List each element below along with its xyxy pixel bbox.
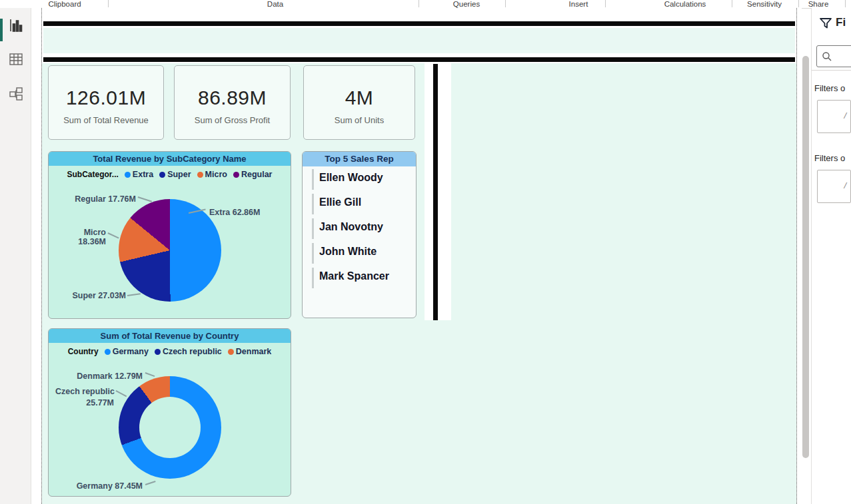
filter-pane-divider-line [812,70,851,71]
donut-legend: Country GermanyCzech republicDenmark [49,347,291,356]
search-icon [822,51,832,62]
label-connector [138,196,152,202]
divider-line-top[interactable] [43,21,795,26]
legend-dot [228,349,234,355]
category-tick [312,169,314,190]
slice-label-czech: Czech republic 25.77M [55,386,114,409]
ribbon-group-clipboard: Clipboard [48,0,81,8]
legend-item[interactable]: Denmark [228,347,272,356]
filter-funnel-icon [818,16,833,31]
ribbon-group-sensitivity: Sensitivity [747,0,782,8]
filter-card[interactable]: / [817,170,851,203]
kpi-label: Sum of Total Revenue [49,115,163,125]
category-tick [312,218,314,239]
ribbon-group-queries: Queries [453,0,480,8]
legend-item[interactable]: Super [159,170,191,179]
sales-rep-name: Ellen Woody [319,172,383,184]
sales-rep-item[interactable]: Ellen Woody [303,169,416,194]
kpi-label: Sum of Units [304,115,415,125]
kpi-card-gross-profit[interactable]: 86.89M Sum of Gross Profit [174,65,291,140]
sales-rep-visual[interactable]: Top 5 Sales Rep Ellen Woody Ellie Gill J… [302,151,417,318]
label-connector [145,481,156,485]
ribbon-group-insert: Insert [569,0,588,8]
kpi-card-total-revenue[interactable]: 126.01M Sum of Total Revenue [48,65,164,140]
kpi-card-units[interactable]: 4M Sum of Units [303,65,415,140]
sales-rep-name: Ellie Gill [319,196,361,208]
kpi-value: 4M [304,87,415,109]
kpi-value: 86.89M [175,87,290,109]
ribbon-group-separator [605,0,606,7]
ribbon-group-separator [108,0,109,7]
kpi-value: 126.01M [49,87,163,109]
sales-rep-name: Mark Spancer [319,270,389,282]
filter-card[interactable]: / [817,100,851,133]
sales-rep-item[interactable]: Jan Novotny [303,218,416,243]
sales-rep-item[interactable]: Mark Spancer [303,268,416,292]
sales-rep-item[interactable]: Ellie Gill [303,194,416,218]
category-tick [312,268,314,288]
ribbon-group-separator [732,0,732,7]
legend-item[interactable]: Czech republic [155,347,222,356]
filter-card-mark: / [844,111,846,121]
sales-rep-list: Ellen Woody Ellie Gill Jan Novotny John … [303,169,416,292]
header-band[interactable] [43,28,795,53]
category-tick [312,243,314,264]
legend-dot [233,172,239,178]
vertical-divider-line[interactable] [433,64,438,320]
slice-label-denmark: Denmark 12.79M [55,372,143,381]
filter-pane: Fi Filters o / Filters o / [812,8,851,504]
filter-section-heading: Filters o [814,83,845,93]
legend-item[interactable]: Germany [105,347,149,356]
donut-hole [139,397,201,458]
pie-chart-visual[interactable]: Total Revenue by SubCategory Name SubCat… [48,151,291,319]
legend-dot [125,172,131,178]
slice-label-super: Super 27.03M [49,291,126,300]
label-connector [127,293,141,296]
sales-rep-title: Top 5 Sales Rep [303,152,416,166]
filter-card-mark: / [844,180,846,190]
legend-field-label: SubCategor... [67,170,119,179]
data-view-icon[interactable] [9,52,23,67]
legend-item[interactable]: Extra [125,170,153,179]
powerbi-window: { "ribbon": { "groups": ["Clipboard", "D… [0,0,851,504]
filter-search-input[interactable] [816,45,851,67]
slice-label-extra: Extra 62.86M [209,208,260,217]
sales-rep-name: John White [319,246,377,258]
label-connector [108,232,119,238]
vertical-divider-strip [425,63,451,320]
donut-chart-visual[interactable]: Sum of Total Revenue by Country Country … [48,328,291,497]
ribbon-group-separator [798,0,799,7]
report-view-icon[interactable] [9,18,23,33]
filter-section-heading: Filters o [814,153,845,163]
legend-item[interactable]: Regular [233,170,273,179]
selected-view-accent [0,19,3,41]
legend-dot [105,349,111,355]
ribbon-group-separator [419,0,419,7]
slice-label-micro: Micro 18.36M [53,228,106,246]
slice-label-germany: Germany 87.45M [55,481,143,491]
ribbon-group-calculations: Calculations [664,0,706,8]
ribbon-group-separator [505,0,506,7]
filter-pane-title: Fi [836,16,846,29]
canvas-dotted-border-right [796,8,797,504]
pie-chart-title: Total Revenue by SubCategory Name [49,152,291,166]
divider-line-second[interactable] [43,57,795,62]
label-connector [116,390,127,397]
legend-field-label: Country [68,347,99,356]
model-view-icon[interactable] [9,87,23,101]
sales-rep-item[interactable]: John White [303,243,416,268]
kpi-label: Sum of Gross Profit [175,115,290,125]
legend-item[interactable]: Micro [197,170,227,179]
category-tick [312,194,314,214]
ribbon-group-share: Share [808,0,829,8]
legend-dot [155,349,161,355]
label-connector [145,372,155,377]
view-sidebar [0,8,31,504]
pie-legend: SubCategor... ExtraSuperMicroRegular [49,170,291,179]
canvas-vertical-scrollbar[interactable] [802,56,809,458]
ribbon-group-separator [845,0,846,7]
donut-chart-title: Sum of Total Revenue by Country [49,329,291,343]
pie-chart[interactable] [119,199,221,302]
legend-dot [197,172,203,178]
sales-rep-name: Jan Novotny [319,221,383,233]
